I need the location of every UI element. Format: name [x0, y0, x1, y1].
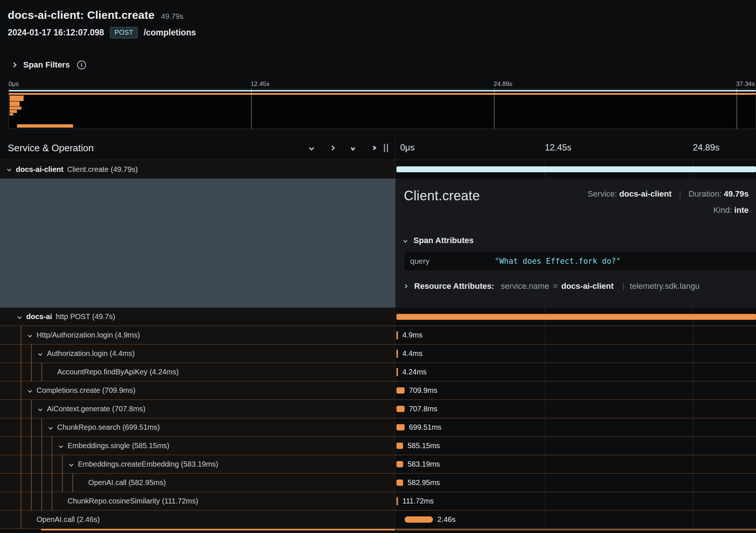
span-bar[interactable]: [396, 166, 756, 172]
span-row[interactable]: Authorization.login (4.4ms) 4.4ms: [0, 345, 756, 363]
minimap-ruler: 0μs 12.45s 24.89s 37.34s: [8, 80, 756, 89]
minimap-span: [10, 96, 24, 101]
span-duration: 583.19ms: [408, 460, 440, 468]
chevron-down-icon[interactable]: [7, 167, 11, 171]
duration-value: 49.79s: [724, 189, 749, 198]
span-bar[interactable]: [405, 516, 433, 523]
span-operation: Embeddings.createEmbedding (583.19ms): [78, 460, 218, 468]
span-bar[interactable]: [396, 368, 398, 376]
span-row-client-create[interactable]: docs-ai-client Client.create (49.79s): [0, 160, 756, 179]
chevron-down-icon[interactable]: [69, 462, 73, 466]
chevron-down-icon[interactable]: [28, 333, 32, 337]
span-tree: docs-ai-client Client.create (49.79s) Cl…: [0, 160, 756, 530]
expand-all-button[interactable]: [368, 142, 379, 154]
chevron-down-icon[interactable]: [59, 444, 63, 448]
info-icon[interactable]: i: [77, 60, 86, 69]
span-bar[interactable]: [396, 314, 756, 320]
minimap-span: [10, 107, 21, 110]
span-row[interactable]: Completions.create (709.9ms) 709.9ms: [0, 381, 756, 400]
timeline-minimap: 0μs 12.45s 24.89s 37.34s: [8, 80, 756, 129]
chevron-right-icon: [330, 145, 335, 150]
span-row[interactable]: ChunkRepo.search (699.51ms) 699.51ms: [0, 418, 756, 437]
minimap-gridline: [736, 89, 737, 129]
attribute-value: "What does Effect.fork do?": [495, 257, 621, 266]
minimap-span: [10, 113, 13, 115]
attribute-row: query "What does Effect.fork do?": [404, 251, 756, 271]
minimap-span-client: [9, 90, 756, 91]
trace-header: docs-ai-client: Client.create 49.79s 202…: [0, 0, 756, 38]
span-bar[interactable]: [396, 331, 398, 339]
detail-span-title: Client.create: [404, 188, 480, 218]
chevron-right-icon[interactable]: [403, 284, 407, 288]
span-row[interactable]: Embeddings.createEmbedding (583.19ms) 58…: [0, 455, 756, 474]
double-chevron-right-icon: [372, 146, 376, 149]
span-bar[interactable]: [396, 406, 405, 412]
chevron-down-icon[interactable]: [403, 238, 407, 242]
span-bar[interactable]: [396, 443, 403, 449]
minimap-span: [17, 124, 73, 128]
span-operation: AccountRepo.findByApiKey (4.24ms): [57, 368, 179, 376]
kind-value: inte: [734, 205, 749, 215]
service-label: Service:: [588, 189, 617, 198]
span-bar[interactable]: [396, 387, 405, 394]
kind-label: Kind:: [714, 205, 732, 215]
minimap-tick: 37.34s: [736, 80, 755, 88]
span-row[interactable]: AiContext.generate (707.8ms) 707.8ms: [0, 400, 756, 418]
span-duration: 111.72ms: [402, 497, 434, 505]
chevron-down-icon[interactable]: [48, 425, 52, 429]
minimap-tick: 24.89s: [494, 80, 512, 88]
span-operation: Completions.create (709.9ms): [37, 386, 135, 395]
span-duration: 585.15ms: [408, 442, 440, 450]
collapse-all-button[interactable]: [347, 142, 359, 154]
tree-toolbar: Service & Operation 0μs 12.45s 24.89s: [0, 136, 756, 160]
span-service: docs-ai-client: [16, 165, 63, 174]
timeline-ruler: 0μs 12.45s 24.89s: [395, 136, 756, 160]
span-bar[interactable]: [396, 424, 405, 430]
minimap-tick: 12.45s: [251, 80, 269, 88]
ruler-tick: 12.45s: [545, 142, 571, 153]
chevron-down-icon[interactable]: [38, 352, 42, 356]
span-row[interactable]: Http/Authorization.login (4.9ms) 4.9ms: [0, 326, 756, 345]
chevron-down-icon[interactable]: [38, 407, 42, 411]
collapse-one-button[interactable]: [306, 142, 317, 154]
span-row[interactable]: OpenAI.call (582.95ms) 582.95ms: [0, 474, 756, 492]
resource-attributes-section[interactable]: Resource Attributes: service.name = docs…: [404, 281, 756, 291]
trace-duration: 49.79s: [161, 12, 183, 21]
expand-one-button[interactable]: [326, 142, 338, 154]
span-operation: Http/Authorization.login (4.9ms): [37, 331, 140, 339]
span-row-http-post[interactable]: docs-ai http POST (49.7s): [0, 308, 756, 326]
chevron-down-icon[interactable]: [28, 388, 32, 392]
span-bar[interactable]: [396, 497, 398, 505]
double-chevron-down-icon: [351, 146, 354, 150]
resource-value: docs-ai-client: [561, 281, 614, 291]
span-bar: [396, 529, 756, 530]
service-operation-title: Service & Operation: [8, 142, 94, 154]
span-duration: 2.46s: [437, 515, 456, 524]
span-bar[interactable]: [396, 480, 403, 486]
span-attributes-section[interactable]: Span Attributes: [404, 236, 756, 245]
duration-label: Duration:: [688, 189, 721, 198]
meta-divider: |: [679, 189, 681, 198]
span-service: docs-ai: [26, 312, 52, 321]
panel-resize-handle[interactable]: [384, 144, 388, 152]
span-row[interactable]: AccountRepo.findByApiKey (4.24ms) 4.24ms: [0, 363, 756, 381]
span-operation: AiContext.generate (707.8ms): [47, 405, 145, 413]
span-duration: 4.4ms: [402, 349, 422, 358]
span-operation: Client.create (49.79s): [67, 165, 138, 174]
span-filters-row[interactable]: Span Filters i: [0, 59, 756, 71]
span-bar[interactable]: [396, 350, 398, 358]
span-duration: 709.9ms: [409, 386, 437, 395]
resource-divider: |: [622, 281, 625, 291]
chevron-down-icon[interactable]: [17, 315, 21, 319]
span-row[interactable]: OpenAI.call (2.46s) 2.46s: [0, 510, 756, 529]
request-path: /completions: [144, 28, 196, 38]
chevron-right-icon[interactable]: [11, 62, 17, 68]
minimap-canvas[interactable]: [8, 89, 756, 129]
attribute-key: query: [410, 257, 495, 266]
span-detail-content: Client.create Service: docs-ai-client | …: [395, 179, 756, 308]
span-bar[interactable]: [396, 461, 403, 467]
span-row[interactable]: ChunkRepo.cosineSimilarity (111.72ms) 11…: [0, 492, 756, 510]
span-duration: 699.51ms: [409, 423, 441, 432]
minimap-gridline: [251, 89, 252, 129]
span-row[interactable]: Embeddings.single (585.15ms) 585.15ms: [0, 437, 756, 455]
